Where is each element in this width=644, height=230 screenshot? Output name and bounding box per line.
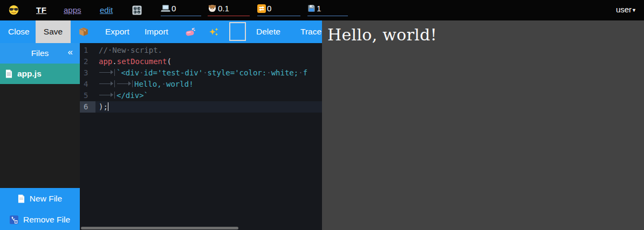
code-line: 3`<div·id='test-div'·style='color:·white… — [80, 67, 322, 79]
code-token: · — [139, 68, 143, 77]
remove-file-label: Remove File — [23, 215, 70, 225]
nav-link-edit[interactable]: edit — [100, 5, 113, 16]
text-cursor — [108, 102, 109, 111]
document-icon — [5, 69, 12, 78]
repeat-icon — [257, 4, 266, 13]
code-line: 1//·New·script. — [80, 45, 322, 56]
collapse-sidebar-icon[interactable]: « — [68, 47, 73, 58]
soap-button[interactable] — [185, 20, 196, 43]
top-bar: TF apps edit 0 — [0, 0, 644, 20]
code-token: style='color: — [208, 68, 267, 77]
code-lines: 1//·New·script.2app.setDocument(3`<div·i… — [80, 43, 322, 113]
line-number: 4 — [80, 79, 95, 90]
code-content: </div>` — [95, 90, 148, 101]
save-button[interactable]: Save — [36, 20, 71, 43]
stat-floppy[interactable]: 1 — [307, 4, 348, 16]
tab-marker — [117, 80, 133, 87]
code-token: · — [298, 68, 303, 77]
stat-repeat-value: 0 — [267, 4, 271, 13]
user-menu-label: user — [616, 5, 632, 14]
delete-button[interactable]: Delete — [256, 20, 280, 43]
export-button[interactable]: Export — [105, 20, 129, 43]
stat-hamster[interactable]: 0.1 — [208, 4, 250, 16]
code-token: white; — [271, 68, 299, 77]
line-number: 2 — [80, 56, 95, 67]
code-token: · — [203, 68, 207, 77]
file-item-appjs[interactable]: app.js — [0, 64, 80, 84]
import-button[interactable]: Import — [145, 20, 168, 43]
code-token: setDocument — [117, 57, 167, 66]
stat-hamster-value: 0.1 — [218, 4, 229, 13]
code-line: 5</div>` — [80, 90, 322, 101]
code-token: Hello, — [134, 80, 162, 88]
new-document-icon — [18, 194, 25, 203]
close-button[interactable]: Close — [8, 20, 30, 43]
files-header-title: Files — [31, 48, 49, 58]
code-token: · — [266, 68, 271, 77]
tab-marker — [99, 80, 115, 87]
code-token: id='test-div' — [144, 68, 203, 77]
sparkles-icon — [209, 27, 219, 37]
code-token: world! — [166, 80, 194, 88]
code-token: //·New·script. — [99, 46, 162, 54]
code-token: ( — [167, 57, 171, 66]
code-content: `<div·id='test-div'·style='color:·white;… — [95, 67, 307, 79]
code-line: 4Hello,·world! — [80, 79, 322, 90]
trace-button[interactable]: Trace — [300, 20, 321, 43]
editor-toolbar: Close Save Export Import — [0, 20, 322, 43]
package-button[interactable] — [79, 20, 88, 43]
line-number: 3 — [80, 67, 95, 79]
stat-laptop-value: 0 — [172, 4, 176, 13]
files-header: Files « — [0, 43, 80, 64]
stat-repeat[interactable]: 0 — [257, 4, 300, 16]
code-content: Hello,·world! — [95, 79, 194, 90]
control-knobs-icon[interactable] — [132, 5, 142, 15]
code-editor[interactable]: 1//·New·script.2app.setDocument(3`<div·i… — [80, 43, 322, 230]
code-token: ); — [99, 102, 108, 111]
preview-heading: Hello, world! — [327, 25, 644, 44]
code-line: 2app.setDocument( — [80, 56, 322, 67]
chevron-down-icon: ▼ — [632, 8, 636, 13]
code-token: `<div — [117, 68, 139, 77]
line-number: 1 — [80, 45, 95, 56]
code-content: ); — [95, 101, 108, 113]
line-number: 5 — [80, 90, 95, 101]
litter-bin-icon — [10, 215, 18, 224]
nav-link-apps[interactable]: apps — [64, 5, 81, 16]
line-number: 6 — [80, 101, 95, 113]
code-token: . — [112, 57, 117, 66]
hamster-icon — [208, 4, 217, 12]
sparkles-button[interactable] — [209, 20, 219, 43]
remove-file-button[interactable]: Remove File — [0, 209, 80, 230]
code-token: app — [99, 57, 112, 66]
empty-swatch-button[interactable] — [229, 22, 246, 41]
stat-laptop[interactable]: 0 — [161, 4, 201, 16]
files-sidebar: Files « app.js New File — [0, 43, 80, 230]
code-line: 6); — [80, 101, 322, 113]
tab-marker — [99, 92, 115, 99]
document-preview: Hello, world! — [322, 20, 644, 230]
stat-floppy-value: 1 — [317, 4, 321, 13]
floppy-disk-icon — [307, 4, 316, 12]
code-token: f — [303, 68, 307, 77]
user-menu[interactable]: user▼ — [616, 5, 636, 14]
code-token: · — [162, 80, 166, 88]
laptop-icon — [161, 4, 170, 12]
package-icon — [79, 27, 88, 37]
brand-link[interactable]: TF — [36, 5, 46, 16]
sunglasses-face-icon[interactable] — [9, 5, 19, 15]
file-item-name: app.js — [17, 69, 42, 79]
tab-marker — [99, 69, 115, 76]
horizontal-scrollbar[interactable] — [81, 227, 238, 229]
new-file-button[interactable]: New File — [0, 188, 80, 209]
soap-icon — [185, 27, 196, 37]
code-token: </div>` — [117, 91, 148, 100]
code-content: //·New·script. — [95, 45, 162, 56]
code-content: app.setDocument( — [95, 56, 172, 67]
new-file-label: New File — [30, 194, 62, 204]
sidebar-actions: New File Remove File — [0, 188, 80, 230]
